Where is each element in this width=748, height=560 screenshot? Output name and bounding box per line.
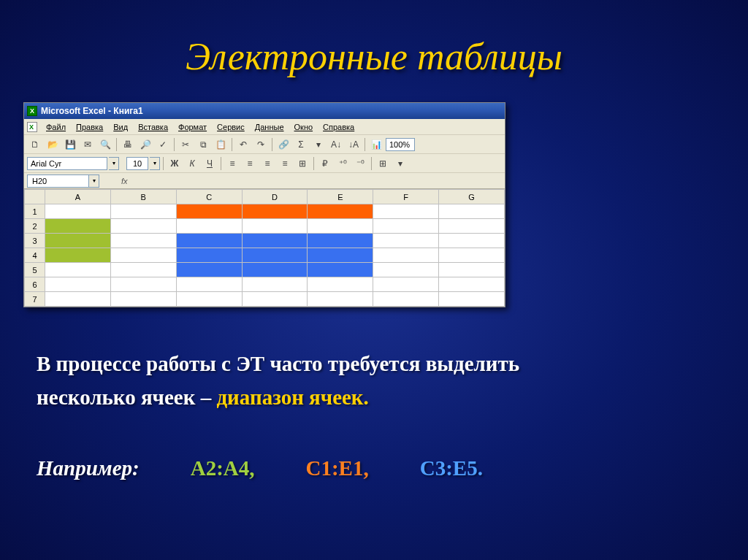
menu-help[interactable]: Справка [318,121,359,133]
cell[interactable] [176,277,242,292]
cell[interactable] [439,204,505,219]
cell[interactable] [45,234,110,248]
new-icon[interactable]: 🗋 [27,137,43,153]
spellcheck-icon[interactable]: ✓ [155,137,171,153]
sort-desc-icon[interactable]: ↓A [346,137,362,153]
save-icon[interactable]: 💾 [62,137,78,153]
cell-name-box[interactable]: H20 [27,174,89,188]
merge-cells-icon[interactable]: ⊞ [294,156,310,172]
cell[interactable] [242,219,308,234]
cell[interactable] [373,219,439,234]
cell[interactable] [45,292,110,307]
menu-window[interactable]: Окно [290,121,318,133]
cell[interactable] [176,204,242,219]
cell[interactable] [242,234,308,248]
cell[interactable] [242,248,308,263]
increase-decimal-icon[interactable]: ⁺⁰ [335,156,351,172]
col-header-g[interactable]: G [439,190,505,204]
cell[interactable] [242,204,308,219]
copy-icon[interactable]: ⧉ [195,137,211,153]
currency-icon[interactable]: ₽ [317,156,333,172]
undo-icon[interactable]: ↶ [235,137,251,153]
cell[interactable] [373,263,439,277]
preview-icon[interactable]: 🔎 [137,137,153,153]
cell[interactable] [439,292,505,307]
search-icon[interactable]: 🔍 [97,137,113,153]
cell[interactable] [373,204,439,219]
cell[interactable] [176,263,242,277]
redo-icon[interactable]: ↷ [253,137,269,153]
col-header-a[interactable]: A [45,190,110,204]
cell[interactable] [373,248,439,263]
row-header-7[interactable]: 7 [25,292,45,307]
dropdown-icon[interactable]: ▾ [310,137,327,153]
row-header-3[interactable]: 3 [25,234,45,248]
hyperlink-icon[interactable]: 🔗 [275,137,291,153]
fx-label[interactable]: fx [121,177,128,185]
spreadsheet-grid[interactable]: A B C D E F G 1 2 3 [24,189,505,307]
cell[interactable] [439,248,505,263]
font-size-box[interactable]: 10 [126,157,148,170]
menu-tools[interactable]: Сервис [213,121,249,133]
col-header-f[interactable]: F [373,190,439,204]
autosum-icon[interactable]: Σ [293,137,309,153]
cell[interactable] [176,219,242,234]
row-header-5[interactable]: 5 [25,263,45,277]
cell[interactable] [373,234,439,248]
cell[interactable] [45,248,110,263]
cut-icon[interactable]: ✂ [178,137,194,153]
menu-view[interactable]: Вид [109,121,132,133]
cell[interactable] [439,219,505,234]
cell[interactable] [176,292,242,307]
print-icon[interactable]: 🖶 [120,137,136,153]
cell[interactable] [308,292,373,307]
cell[interactable] [439,234,505,248]
cell[interactable] [110,219,176,234]
font-name-box[interactable]: Arial Cyr [27,157,107,170]
zoom-box[interactable]: 100% [386,138,415,151]
menu-format[interactable]: Формат [174,121,211,133]
cell[interactable] [439,263,505,277]
chart-icon[interactable]: 📊 [368,137,384,153]
cell[interactable] [45,263,110,277]
align-justify-icon[interactable]: ≡ [277,156,293,172]
cell[interactable] [176,248,242,263]
cell[interactable] [242,277,308,292]
select-all-corner[interactable] [25,190,45,204]
row-header-4[interactable]: 4 [25,248,45,263]
menu-data[interactable]: Данные [251,121,289,133]
cell[interactable] [308,263,373,277]
paste-icon[interactable]: 📋 [213,137,229,153]
cell[interactable] [110,277,176,292]
cell[interactable] [176,234,242,248]
align-center-icon[interactable]: ≡ [242,156,258,172]
sort-asc-icon[interactable]: A↓ [328,137,344,153]
cell[interactable] [308,204,373,219]
cell[interactable] [110,204,176,219]
cell[interactable] [110,292,176,307]
menu-edit[interactable]: Правка [72,121,107,133]
bold-button[interactable]: Ж [167,156,183,172]
cell[interactable] [308,219,373,234]
align-right-icon[interactable]: ≡ [259,156,275,172]
cell[interactable] [110,234,176,248]
namebox-dropdown-icon[interactable]: ▾ [89,174,99,188]
row-header-2[interactable]: 2 [25,219,45,234]
open-icon[interactable]: 📂 [45,137,61,153]
borders-icon[interactable]: ⊞ [375,156,391,172]
borders-dropdown-icon[interactable]: ▾ [392,156,408,172]
cell[interactable] [439,277,505,292]
align-left-icon[interactable]: ≡ [224,156,240,172]
cell[interactable] [308,234,373,248]
cell[interactable] [308,248,373,263]
cell[interactable] [242,263,308,277]
cell[interactable] [45,204,110,219]
col-header-b[interactable]: B [110,190,176,204]
row-header-6[interactable]: 6 [25,277,45,292]
cell[interactable] [110,248,176,263]
col-header-c[interactable]: C [176,190,242,204]
col-header-e[interactable]: E [308,190,373,204]
mail-icon[interactable]: ✉ [80,137,96,153]
cell[interactable] [373,277,439,292]
col-header-d[interactable]: D [242,190,308,204]
